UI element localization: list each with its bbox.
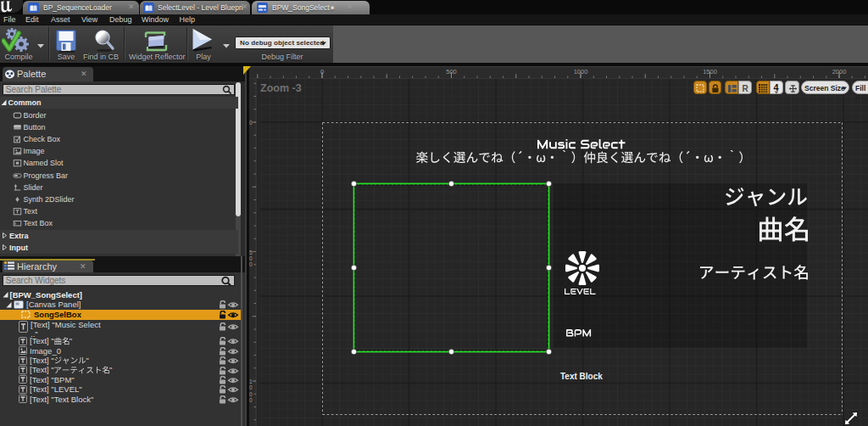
- svg-text:0: 0: [249, 120, 253, 126]
- svg-text:1: 1: [249, 378, 253, 384]
- svg-text:500: 500: [446, 68, 457, 76]
- svg-text:0: 0: [320, 68, 324, 76]
- svg-text:0: 0: [249, 261, 253, 267]
- svg-text:0: 0: [249, 255, 253, 261]
- svg-text:5: 5: [249, 249, 253, 255]
- svg-text:1000: 1000: [574, 68, 588, 76]
- svg-text:0: 0: [249, 384, 253, 390]
- svg-text:2000: 2000: [832, 68, 847, 76]
- svg-text:0: 0: [249, 397, 253, 403]
- svg-text:1500: 1500: [703, 68, 717, 76]
- svg-text:0: 0: [249, 391, 253, 397]
